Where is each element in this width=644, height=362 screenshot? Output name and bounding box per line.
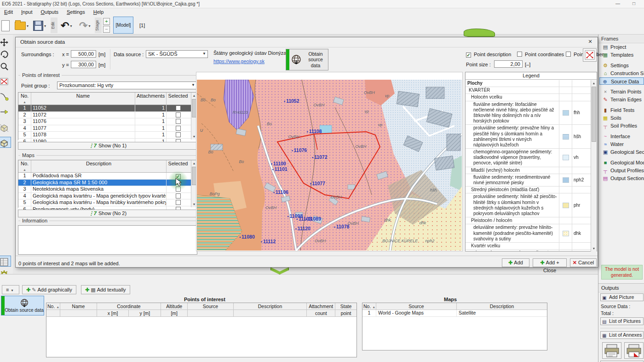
dialog-title-bar[interactable]: Obtain source data ✕ [16,37,598,47]
add-button[interactable]: ✚Add [502,258,529,267]
data-source-dropdown[interactable]: SK - ŠGÚDŠ▼ [146,50,208,58]
add-edge-tool-button[interactable] [0,106,11,117]
mouse-cursor-icon [175,178,182,187]
menu-item-input[interactable]: Input [17,8,36,16]
print-button[interactable] [602,342,621,359]
sidebar-item-construction[interactable]: ⌂Construction Si [600,70,644,77]
list-of-pictures-button[interactable]: ▤List of Pictures [600,317,644,325]
view-mode-button[interactable] [0,122,11,133]
zoom-extents-button[interactable] [583,48,597,62]
add-picture-button[interactable]: ▣Add Picture [600,293,644,301]
sidebar-item-terrain-edges[interactable]: ✎Terrain Edges [600,96,644,103]
close-icon[interactable]: ✕ [586,39,594,46]
sidebar-item-label: Geological Sect [610,149,644,155]
menu-item-outputs[interactable]: Outputs [36,8,63,16]
sidebar-item-label: Soil Profiles [610,123,637,128]
frames-table-button[interactable] [0,256,11,267]
menu-item-settings[interactable]: Settings [63,8,89,16]
row-checkbox[interactable] [176,200,181,205]
row-checkbox[interactable] [176,132,181,137]
new-file-button[interactable] [1,19,10,32]
map-preview-panel: ▪11052▪11108▪11076▪11072▪11100▪11101▪110… [196,72,463,251]
obtain-source-data-dialog: Obtain source data ✕ Surroundings : x = … [15,37,598,268]
open-file-button[interactable]: ▾ [15,19,29,32]
sidebar-item-soils[interactable]: ▦Soils [600,114,644,122]
pan-tool-button[interactable] [0,37,11,48]
scrollbar[interactable]: ▲▼ [591,80,597,251]
point-size-input[interactable]: 2,00 [494,60,523,68]
map-area-label: vp [378,123,383,127]
point-coordinates-checkbox[interactable] [517,51,522,57]
point-description-checkbox[interactable]: ✓ [466,51,471,58]
point-number-checkbox[interactable] [566,51,571,57]
add-graphically-button[interactable]: ✚✎Add graphically [22,285,76,294]
model-stage-button[interactable]: [Model] [113,17,133,34]
zoom-tool-button[interactable] [0,61,11,72]
surroundings-x-input[interactable]: 500,00 [71,50,96,58]
provider-link[interactable]: https://www.geology.sk [213,58,264,64]
obtain-source-data-button[interactable]: Obtainsource data [286,49,328,70]
stage-add-button[interactable]: + [103,18,110,25]
sidebar-item-settings[interactable]: ⚙Settings [600,62,644,69]
row-checkbox[interactable] [176,105,181,111]
sidebar-item-soil-profiles[interactable]: ┬Soil Profiles [600,122,644,129]
sidebar-item-interface[interactable]: ~Interface [600,133,644,140]
sidebar-item-output-sections[interactable]: ▤Output Sections [600,175,644,182]
table-row[interactable]: 4110771 [18,125,197,132]
map-area-label: Bo [239,159,244,164]
add-point-tool-button[interactable] [0,91,11,102]
undo-button[interactable]: ↶▾ [61,19,72,32]
sidebar-item-geo-sections[interactable]: ▣Geological Sect [600,148,644,156]
table-row[interactable]: 1World - Google MapsSatellite [362,310,547,317]
show-maps-button[interactable]: ⋮7Show (No 2) [18,210,197,217]
map-area-label: Bo [208,150,213,154]
row-checkbox[interactable] [176,119,181,124]
add-close-button[interactable]: ✚Add + Close [533,258,567,267]
maximize-button[interactable]: □ [628,1,640,7]
menu-item-help[interactable]: Help [89,8,108,16]
table-row[interactable]: 4Geologická mapa kvartéru - Mapa genetic… [18,193,197,200]
table-row[interactable]: 5Geologická mapa kvartéru - Mapa hrúbky … [18,199,197,206]
sidebar-item-field-tests[interactable]: ▮Field Tests [600,106,644,114]
sidebar-item-geo-model[interactable]: ■Geological Mod [600,159,644,166]
list-menu-button[interactable]: ≡ ▾ [2,285,19,294]
geological-map[interactable]: ▪11052▪11108▪11076▪11072▪11100▪11101▪110… [197,80,462,251]
sidebar-item-templates[interactable]: ▦Templates [600,51,644,58]
row-checkbox[interactable] [176,126,181,131]
table-row[interactable]: 5110781 [18,132,197,139]
menu-item-edit[interactable]: Edit [0,8,17,16]
list-of-annexes-button[interactable]: ▦List of Annexes [600,331,644,339]
cube-3d-icon [0,138,9,148]
sidebar-item-output-profiles[interactable]: ┬Output Profiles [600,167,644,174]
row-checkbox[interactable] [176,193,181,199]
stage-remove-button[interactable]: − [103,26,110,33]
rotate-tool-button[interactable] [0,49,11,60]
scroll-up-icon: ▲ [591,80,597,86]
sidebar-item-project[interactable]: ▤Project [600,43,644,51]
redo-button[interactable]: ↷▾ [79,19,90,32]
view-mode-3d-button[interactable] [0,137,11,148]
obtain-source-data-mode-button[interactable]: Obtain source data [1,296,44,315]
surroundings-label: Surroundings : [21,52,54,57]
save-file-button[interactable]: ▾ [33,19,46,32]
sort-asc-icon: ▲ [56,305,59,309]
sidebar-item-source-data[interactable]: ⊕Source Data [599,77,644,85]
sidebar-item-water[interactable]: ≈Water [600,140,644,148]
add-textually-button[interactable]: ✚▩Add textually [81,285,130,294]
rotate-icon [0,50,9,59]
row-checkbox[interactable] [176,112,181,117]
map-point-label: ▪11076 [292,147,307,153]
swatch-vh [563,155,569,160]
table-row[interactable]: 1110521 [18,105,197,112]
print-preview-button[interactable] [624,342,644,359]
surroundings-y-input[interactable]: 300,00 [71,61,96,68]
table-row[interactable]: 2110721 [18,112,197,119]
legend-row: Kvartér vcelku [466,243,591,250]
point-group-dropdown[interactable]: Prozkoumanost: Hg vrty▼ [57,82,197,89]
minimize-button[interactable]: — [612,1,624,7]
show-points-button[interactable]: ⋮7Show (No 1) [18,142,197,150]
cancel-button[interactable]: ✕Cancel [570,258,597,267]
zoom-extents-button[interactable] [0,76,11,87]
table-row[interactable]: 3110761 [18,118,197,125]
sidebar-item-terrain-points[interactable]: ×Terrain Points [600,88,644,95]
